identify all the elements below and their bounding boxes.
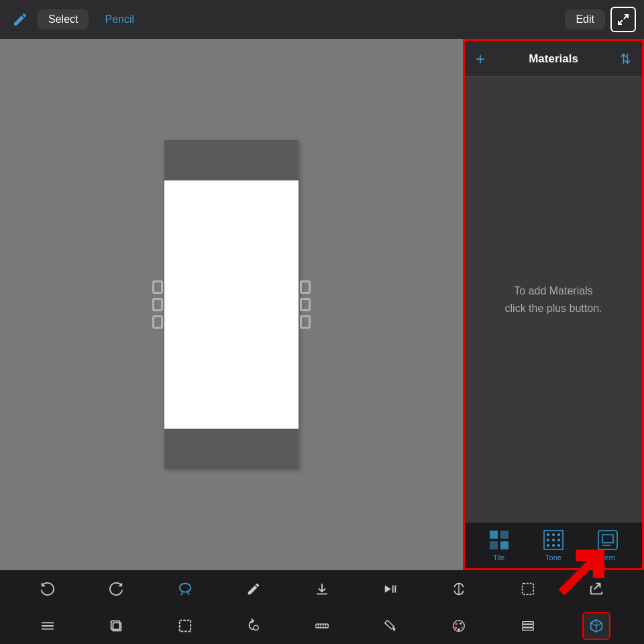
svg-point-11 — [552, 539, 555, 541]
svg-marker-18 — [385, 585, 391, 592]
selection-button[interactable] — [514, 575, 542, 603]
materials-content: To add Materialsclick the plus button. — [465, 77, 642, 523]
fill-button[interactable] — [376, 612, 405, 640]
svg-rect-4 — [490, 541, 498, 549]
svg-point-36 — [455, 623, 458, 625]
svg-point-8 — [552, 533, 555, 536]
spiral-ring — [300, 280, 311, 294]
expand-button[interactable] — [610, 7, 636, 32]
svg-rect-42 — [522, 621, 533, 624]
spiral-ring — [152, 298, 163, 311]
spiral-right — [300, 280, 311, 329]
add-material-button[interactable]: + — [476, 50, 485, 68]
select-button[interactable]: Select — [38, 9, 89, 30]
canvas-area — [0, 39, 463, 570]
svg-point-38 — [461, 626, 464, 629]
svg-point-9 — [557, 533, 560, 536]
pen-button[interactable] — [239, 575, 268, 603]
doc-footer — [164, 429, 299, 469]
svg-rect-3 — [500, 531, 508, 539]
warp-button[interactable] — [445, 575, 473, 603]
pencil-button[interactable]: Pencil — [94, 9, 145, 30]
svg-point-40 — [455, 626, 458, 629]
spiral-left — [152, 280, 163, 329]
red-arrow-overlay — [550, 547, 610, 607]
svg-point-10 — [547, 539, 549, 541]
tab-tile[interactable]: Tile — [482, 525, 517, 566]
spiral-ring — [300, 298, 311, 311]
svg-rect-28 — [179, 620, 191, 631]
layer-stack-button[interactable] — [514, 612, 542, 640]
materials-header: + Materials ⇅ — [465, 41, 642, 77]
document-wrapper — [0, 39, 463, 570]
redo-button[interactable] — [102, 575, 130, 603]
svg-marker-46 — [559, 549, 604, 595]
pencil-tool-icon[interactable] — [8, 7, 32, 32]
ruler-button[interactable] — [308, 612, 336, 640]
svg-rect-22 — [522, 583, 533, 594]
svg-point-7 — [547, 533, 549, 536]
svg-point-29 — [254, 625, 258, 630]
select-rect-button[interactable] — [171, 612, 199, 640]
materials-empty-text: To add Materialsclick the plus button. — [505, 282, 602, 317]
palette-button[interactable] — [445, 612, 473, 640]
bottom-toolbar — [0, 570, 644, 644]
spiral-ring — [300, 315, 311, 329]
svg-point-37 — [460, 622, 462, 625]
edit-button[interactable]: Edit — [565, 9, 605, 30]
tab-tile-label: Tile — [493, 553, 504, 561]
svg-rect-5 — [500, 541, 508, 549]
spiral-ring — [152, 280, 163, 294]
doc-header — [164, 140, 299, 180]
undo-button[interactable] — [34, 575, 62, 603]
svg-rect-19 — [392, 585, 394, 592]
svg-rect-2 — [490, 531, 498, 539]
top-toolbar: Select Pencil Edit — [0, 0, 644, 39]
materials-3d-button[interactable] — [582, 612, 610, 640]
materials-panel: + Materials ⇅ To add Materialsclick the … — [463, 39, 644, 570]
import-button[interactable] — [308, 575, 336, 603]
toolbar-row-2 — [0, 607, 644, 644]
spiral-ring — [152, 315, 163, 329]
svg-rect-43 — [522, 627, 533, 630]
svg-point-13 — [547, 544, 549, 547]
svg-point-39 — [458, 628, 461, 631]
sort-button[interactable]: ⇅ — [620, 51, 631, 67]
main-area: + Materials ⇅ To add Materialsclick the … — [0, 39, 644, 570]
materials-title: Materials — [529, 52, 578, 66]
document-page — [164, 140, 299, 469]
lasso-button[interactable] — [171, 575, 199, 603]
layers-button[interactable] — [102, 612, 130, 640]
svg-rect-41 — [522, 625, 533, 627]
svg-rect-20 — [395, 585, 396, 592]
rotate-button[interactable] — [239, 612, 268, 640]
menu-button[interactable] — [34, 612, 62, 640]
svg-point-12 — [557, 539, 560, 541]
svg-rect-30 — [316, 624, 328, 628]
flip-button[interactable] — [376, 575, 405, 603]
toolbar-row-1 — [0, 570, 644, 607]
